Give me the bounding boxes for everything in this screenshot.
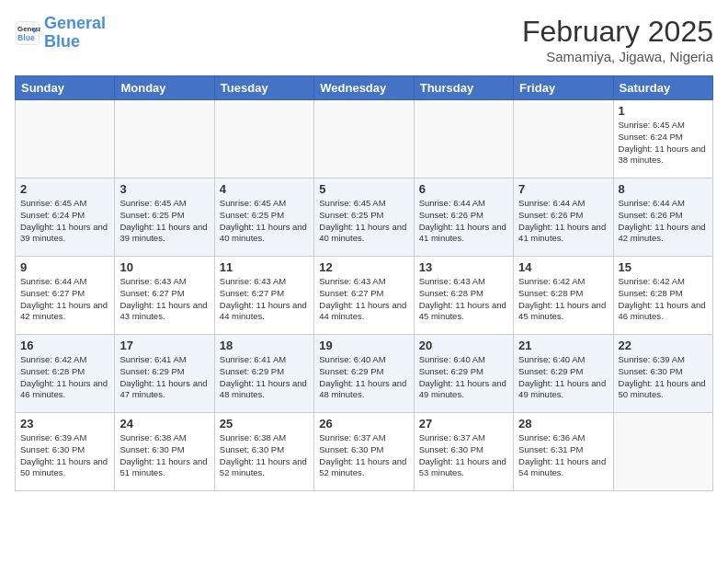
logo-text: General Blue — [44, 15, 106, 52]
calendar-cell — [613, 413, 712, 491]
calendar-cell: 2Sunrise: 6:45 AM Sunset: 6:24 PM Daylig… — [16, 178, 115, 257]
day-info: Sunrise: 6:42 AM Sunset: 6:28 PM Dayligh… — [20, 354, 109, 401]
day-number: 28 — [518, 417, 608, 431]
day-info: Sunrise: 6:44 AM Sunset: 6:26 PM Dayligh… — [619, 198, 708, 245]
calendar-cell: 21Sunrise: 6:40 AM Sunset: 6:29 PM Dayli… — [514, 335, 613, 413]
day-info: Sunrise: 6:45 AM Sunset: 6:25 PM Dayligh… — [119, 198, 209, 245]
day-number: 13 — [419, 260, 508, 274]
calendar-cell: 9Sunrise: 6:44 AM Sunset: 6:27 PM Daylig… — [16, 257, 115, 335]
day-number: 23 — [20, 417, 109, 431]
month-year: February 2025 — [522, 15, 713, 49]
page-header: General Blue General Blue February 2025 … — [15, 15, 713, 64]
day-number: 2 — [20, 182, 109, 196]
day-number: 7 — [518, 182, 608, 196]
day-number: 18 — [220, 339, 309, 352]
day-number: 20 — [419, 339, 508, 352]
calendar-cell: 10Sunrise: 6:43 AM Sunset: 6:27 PM Dayli… — [115, 257, 214, 335]
day-number: 5 — [319, 182, 408, 196]
day-number: 4 — [220, 182, 309, 196]
day-info: Sunrise: 6:41 AM Sunset: 6:29 PM Dayligh… — [119, 354, 209, 401]
calendar-cell: 3Sunrise: 6:45 AM Sunset: 6:25 PM Daylig… — [115, 178, 214, 257]
calendar-cell: 27Sunrise: 6:37 AM Sunset: 6:30 PM Dayli… — [414, 413, 513, 491]
calendar-cell: 5Sunrise: 6:45 AM Sunset: 6:25 PM Daylig… — [314, 178, 414, 257]
day-info: Sunrise: 6:45 AM Sunset: 6:24 PM Dayligh… — [20, 198, 109, 245]
calendar-cell: 23Sunrise: 6:39 AM Sunset: 6:30 PM Dayli… — [16, 413, 115, 491]
day-info: Sunrise: 6:44 AM Sunset: 6:26 PM Dayligh… — [518, 198, 608, 245]
weekday-header-sunday: Sunday — [16, 76, 115, 100]
calendar-cell: 28Sunrise: 6:36 AM Sunset: 6:31 PM Dayli… — [514, 413, 613, 491]
calendar-cell: 25Sunrise: 6:38 AM Sunset: 6:30 PM Dayli… — [214, 413, 313, 491]
day-number: 1 — [619, 104, 708, 118]
day-number: 8 — [619, 182, 708, 196]
calendar-cell — [414, 100, 513, 178]
day-number: 17 — [119, 339, 209, 352]
day-number: 15 — [619, 260, 708, 274]
day-info: Sunrise: 6:39 AM Sunset: 6:30 PM Dayligh… — [619, 354, 708, 401]
logo: General Blue General Blue — [15, 15, 106, 52]
weekday-header-friday: Friday — [514, 76, 613, 100]
day-info: Sunrise: 6:43 AM Sunset: 6:27 PM Dayligh… — [119, 276, 209, 323]
calendar-cell: 22Sunrise: 6:39 AM Sunset: 6:30 PM Dayli… — [613, 335, 712, 413]
day-info: Sunrise: 6:45 AM Sunset: 6:25 PM Dayligh… — [220, 198, 309, 245]
calendar-cell: 15Sunrise: 6:42 AM Sunset: 6:28 PM Dayli… — [613, 257, 712, 335]
day-info: Sunrise: 6:40 AM Sunset: 6:29 PM Dayligh… — [518, 354, 608, 401]
svg-text:Blue: Blue — [17, 33, 35, 42]
calendar-table: SundayMondayTuesdayWednesdayThursdayFrid… — [15, 75, 713, 491]
day-info: Sunrise: 6:38 AM Sunset: 6:30 PM Dayligh… — [220, 432, 309, 479]
day-number: 9 — [20, 260, 109, 274]
calendar-cell: 18Sunrise: 6:41 AM Sunset: 6:29 PM Dayli… — [214, 335, 313, 413]
day-number: 19 — [319, 339, 408, 352]
day-number: 24 — [119, 417, 209, 431]
day-info: Sunrise: 6:42 AM Sunset: 6:28 PM Dayligh… — [619, 276, 708, 323]
calendar-cell — [115, 100, 214, 178]
day-info: Sunrise: 6:44 AM Sunset: 6:26 PM Dayligh… — [419, 198, 508, 245]
day-info: Sunrise: 6:43 AM Sunset: 6:28 PM Dayligh… — [419, 276, 508, 323]
day-info: Sunrise: 6:40 AM Sunset: 6:29 PM Dayligh… — [319, 354, 408, 401]
calendar-cell: 4Sunrise: 6:45 AM Sunset: 6:25 PM Daylig… — [214, 178, 313, 257]
calendar-cell: 12Sunrise: 6:43 AM Sunset: 6:27 PM Dayli… — [314, 257, 414, 335]
calendar-cell: 17Sunrise: 6:41 AM Sunset: 6:29 PM Dayli… — [115, 335, 214, 413]
calendar-cell: 19Sunrise: 6:40 AM Sunset: 6:29 PM Dayli… — [314, 335, 414, 413]
day-number: 10 — [119, 260, 209, 274]
day-number: 16 — [20, 339, 109, 352]
calendar-cell: 16Sunrise: 6:42 AM Sunset: 6:28 PM Dayli… — [16, 335, 115, 413]
day-number: 25 — [220, 417, 309, 431]
day-number: 6 — [419, 182, 508, 196]
calendar-cell — [214, 100, 313, 178]
weekday-header-monday: Monday — [115, 76, 214, 100]
day-info: Sunrise: 6:45 AM Sunset: 6:24 PM Dayligh… — [619, 120, 708, 167]
day-number: 27 — [419, 417, 508, 431]
title-block: February 2025 Samamiya, Jigawa, Nigeria — [522, 15, 713, 64]
calendar-cell: 11Sunrise: 6:43 AM Sunset: 6:27 PM Dayli… — [214, 257, 313, 335]
calendar-cell — [314, 100, 414, 178]
day-number: 22 — [619, 339, 708, 352]
day-info: Sunrise: 6:37 AM Sunset: 6:30 PM Dayligh… — [419, 432, 508, 479]
day-number: 11 — [220, 260, 309, 274]
day-info: Sunrise: 6:36 AM Sunset: 6:31 PM Dayligh… — [518, 432, 608, 479]
calendar-cell — [514, 100, 613, 178]
calendar-cell: 20Sunrise: 6:40 AM Sunset: 6:29 PM Dayli… — [414, 335, 513, 413]
weekday-header-tuesday: Tuesday — [214, 76, 313, 100]
day-number: 26 — [319, 417, 408, 431]
logo-icon: General Blue — [15, 20, 40, 46]
day-info: Sunrise: 6:40 AM Sunset: 6:29 PM Dayligh… — [419, 354, 508, 401]
day-info: Sunrise: 6:37 AM Sunset: 6:30 PM Dayligh… — [319, 432, 408, 479]
day-info: Sunrise: 6:45 AM Sunset: 6:25 PM Dayligh… — [319, 198, 408, 245]
day-info: Sunrise: 6:39 AM Sunset: 6:30 PM Dayligh… — [20, 432, 109, 479]
day-info: Sunrise: 6:38 AM Sunset: 6:30 PM Dayligh… — [119, 432, 209, 479]
weekday-header-wednesday: Wednesday — [314, 76, 414, 100]
calendar-cell: 13Sunrise: 6:43 AM Sunset: 6:28 PM Dayli… — [414, 257, 513, 335]
day-number: 3 — [119, 182, 209, 196]
day-info: Sunrise: 6:42 AM Sunset: 6:28 PM Dayligh… — [518, 276, 608, 323]
weekday-header-thursday: Thursday — [414, 76, 513, 100]
day-info: Sunrise: 6:44 AM Sunset: 6:27 PM Dayligh… — [20, 276, 109, 323]
day-info: Sunrise: 6:43 AM Sunset: 6:27 PM Dayligh… — [220, 276, 309, 323]
calendar-cell: 24Sunrise: 6:38 AM Sunset: 6:30 PM Dayli… — [115, 413, 214, 491]
day-info: Sunrise: 6:41 AM Sunset: 6:29 PM Dayligh… — [220, 354, 309, 401]
day-number: 12 — [319, 260, 408, 274]
calendar-cell — [16, 100, 115, 178]
day-number: 21 — [518, 339, 608, 352]
calendar-cell: 8Sunrise: 6:44 AM Sunset: 6:26 PM Daylig… — [613, 178, 712, 257]
day-number: 14 — [518, 260, 608, 274]
calendar-cell: 26Sunrise: 6:37 AM Sunset: 6:30 PM Dayli… — [314, 413, 414, 491]
